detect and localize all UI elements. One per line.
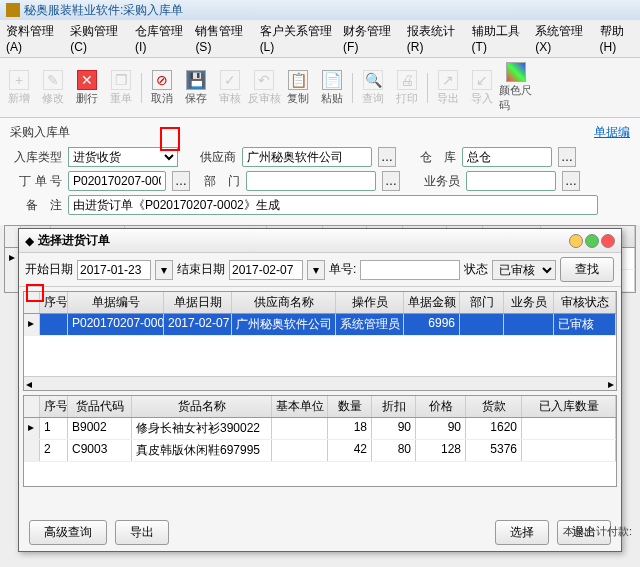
supplier-lookup[interactable]: …: [378, 147, 396, 167]
menu-crm[interactable]: 客户关系管理(L): [258, 22, 335, 55]
copy-icon: ❐: [111, 70, 131, 90]
end-date-picker[interactable]: ▾: [307, 260, 325, 280]
dlg-export-button[interactable]: 导出: [115, 520, 169, 545]
start-date-picker[interactable]: ▾: [155, 260, 173, 280]
find-button[interactable]: 查找: [560, 257, 614, 282]
audit-button[interactable]: ✓审核: [213, 68, 247, 108]
menubar: 资料管理(A) 采购管理(C) 仓库管理(I) 销售管理(S) 客户关系管理(L…: [0, 20, 640, 58]
form-area: 采购入库单单据编 入库类型 进货收货 供应商 … 仓 库 … 丁 单 号 … 部…: [0, 118, 640, 225]
single-edit-link[interactable]: 单据编: [594, 124, 630, 141]
dialog-title: 选择进货订单: [38, 232, 110, 249]
palette-icon: [506, 62, 526, 82]
menu-report[interactable]: 报表统计(R): [405, 22, 464, 55]
select-order-dialog: ◆选择进货订单 开始日期 ▾ 结束日期 ▾ 单号: 状态 已审核 查找 序号 单…: [18, 228, 622, 552]
label-emp: 业务员: [406, 173, 460, 190]
hscrollbar[interactable]: ◂▸: [24, 376, 616, 390]
menu-help[interactable]: 帮助(H): [598, 22, 636, 55]
colorsize-button[interactable]: 颜色尺码: [499, 60, 533, 115]
label-orderno: 丁 单 号: [10, 173, 62, 190]
select-button[interactable]: 选择: [495, 520, 549, 545]
cancel-icon: ⊘: [152, 70, 172, 90]
cancel-button[interactable]: ⊘取消: [145, 68, 179, 108]
table-row[interactable]: ▸ 1 B9002 修身长袖女衬衫390022 18 90 90 1620: [24, 418, 616, 440]
import-button[interactable]: ↙导入: [465, 68, 499, 108]
page-title: 采购入库单: [10, 124, 70, 141]
print-button[interactable]: 🖨打印: [390, 68, 424, 108]
dept-lookup[interactable]: …: [382, 171, 400, 191]
state-select[interactable]: 已审核: [492, 260, 556, 280]
orders-grid: 序号 单据编号 单据日期 供应商名称 操作员 单据金额 部门 业务员 审核状态 …: [23, 291, 617, 391]
toolbar: +新增 ✎修改 ✕删行 ❐重单 ⊘取消 💾保存 ✓审核 ↶反审核 📋复制 📄粘贴…: [0, 58, 640, 118]
dup-button[interactable]: ❐重单: [104, 68, 138, 108]
table-row[interactable]: ▸ P020170207-0002 2017-02-07 广州秘奥软件公司 系统…: [24, 314, 616, 336]
window-titlebar: 秘奥服装鞋业软件:采购入库单: [0, 0, 640, 20]
dept-input[interactable]: [246, 171, 376, 191]
type-select[interactable]: 进货收货: [68, 147, 178, 167]
no-input[interactable]: [360, 260, 460, 280]
paste-button[interactable]: 📄粘贴: [315, 68, 349, 108]
unaudit-button[interactable]: ↶反审核: [247, 68, 281, 108]
label-end: 结束日期: [177, 261, 225, 278]
x-icon: ✕: [77, 70, 97, 90]
dialog-icon: ◆: [25, 234, 34, 248]
query-button[interactable]: 🔍查询: [356, 68, 390, 108]
label-warehouse: 仓 库: [402, 149, 456, 166]
label-note: 备 注: [10, 197, 62, 214]
paste-icon: 📄: [322, 70, 342, 90]
menu-system[interactable]: 系统管理(X): [533, 22, 591, 55]
menu-tools[interactable]: 辅助工具(T): [470, 22, 528, 55]
label-state: 状态: [464, 261, 488, 278]
note-input[interactable]: [68, 195, 598, 215]
label-start: 开始日期: [25, 261, 73, 278]
end-date-input[interactable]: [229, 260, 303, 280]
search-icon: 🔍: [363, 70, 383, 90]
window-title: 秘奥服装鞋业软件:采购入库单: [24, 2, 183, 19]
emp-lookup[interactable]: …: [562, 171, 580, 191]
supplier-input[interactable]: [242, 147, 372, 167]
table-row[interactable]: 2 C9003 真皮韩版休闲鞋697995 42 80 128 5376: [24, 440, 616, 462]
label-type: 入库类型: [10, 149, 62, 166]
export-button[interactable]: ↗导出: [431, 68, 465, 108]
copy-button[interactable]: 📋复制: [281, 68, 315, 108]
save-button[interactable]: 💾保存: [179, 68, 213, 108]
start-date-input[interactable]: [77, 260, 151, 280]
new-button[interactable]: +新增: [2, 68, 36, 108]
advanced-query-button[interactable]: 高级查询: [29, 520, 107, 545]
sum-label: 本单合计付款:: [563, 524, 632, 539]
label-dept: 部 门: [196, 173, 240, 190]
items-grid: 序号 货品代码 货品名称 基本单位 数量 折扣 价格 货款 已入库数量 ▸ 1 …: [23, 395, 617, 487]
warehouse-lookup[interactable]: …: [558, 147, 576, 167]
delrow-button[interactable]: ✕删行: [70, 68, 104, 108]
check-icon: ✓: [220, 70, 240, 90]
orderno-lookup[interactable]: …: [172, 171, 190, 191]
app-icon: [6, 3, 20, 17]
menu-data[interactable]: 资料管理(A): [4, 22, 62, 55]
minimize-icon[interactable]: [569, 234, 583, 248]
close-icon[interactable]: [601, 234, 615, 248]
clipboard-icon: 📋: [288, 70, 308, 90]
maximize-icon[interactable]: [585, 234, 599, 248]
label-supplier: 供应商: [184, 149, 236, 166]
emp-input[interactable]: [466, 171, 556, 191]
warehouse-input[interactable]: [462, 147, 552, 167]
export-icon: ↗: [438, 70, 458, 90]
import-icon: ↙: [472, 70, 492, 90]
menu-finance[interactable]: 财务管理(F): [341, 22, 399, 55]
pencil-icon: ✎: [43, 70, 63, 90]
printer-icon: 🖨: [397, 70, 417, 90]
edit-button[interactable]: ✎修改: [36, 68, 70, 108]
undo-icon: ↶: [254, 70, 274, 90]
plus-icon: +: [9, 70, 29, 90]
menu-warehouse[interactable]: 仓库管理(I): [133, 22, 187, 55]
disk-icon: 💾: [186, 70, 206, 90]
label-no: 单号:: [329, 261, 356, 278]
menu-sales[interactable]: 销售管理(S): [193, 22, 251, 55]
orderno-input[interactable]: [68, 171, 166, 191]
menu-purchase[interactable]: 采购管理(C): [68, 22, 127, 55]
